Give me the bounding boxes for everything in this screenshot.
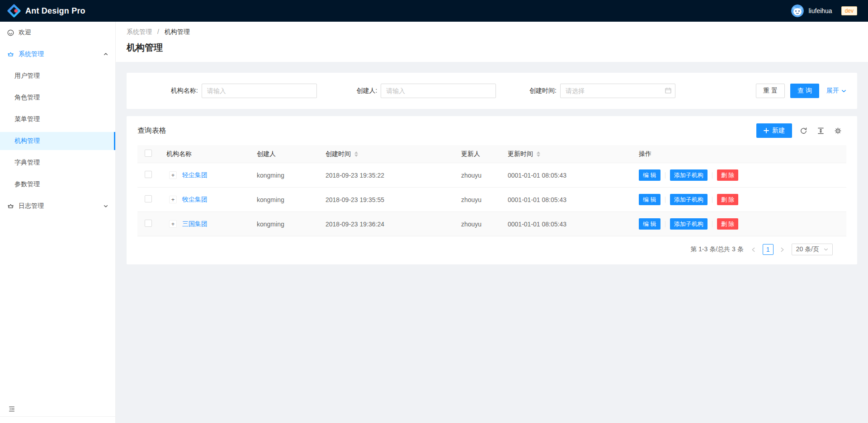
cell-creator: kongming [250, 163, 318, 188]
smile-icon [7, 29, 14, 36]
cell-updater: zhouyu [454, 188, 500, 212]
pagination: 第 1-3 条/总共 3 条 1 20 条/页 [137, 236, 846, 257]
cell-org-name: + 三国集团 [159, 212, 250, 236]
table-card-title: 查询表格 [137, 126, 166, 136]
delete-button[interactable]: 删 除 [717, 194, 739, 205]
org-name-link[interactable]: 轻尘集团 [182, 171, 208, 179]
chevron-down-icon [824, 247, 828, 252]
query-button[interactable]: 查 询 [790, 84, 819, 98]
cell-created-time: 2018-09-23 19:35:55 [318, 188, 454, 212]
col-created-time: 创建时间 [318, 145, 454, 163]
expand-form-link[interactable]: 展开 [826, 87, 846, 95]
ant-design-logo-icon [7, 4, 21, 18]
add-child-org-button[interactable]: 添加子机构 [670, 194, 708, 205]
app-root: Ant Design Pro liufeihua dev [0, 0, 868, 423]
sidebar: 欢迎 系统管理 用户管理 角色管 [0, 22, 116, 423]
expand-row-button[interactable]: + [169, 171, 177, 179]
header-select-all [137, 145, 159, 163]
table-row: + 牧尘集团 kongming 2018-09-23 19:35:55 zhou… [137, 188, 846, 212]
divider [712, 197, 712, 203]
sidebar-item-role-mgmt[interactable]: 角色管理 [0, 89, 115, 107]
menu-fold-icon [8, 405, 15, 413]
cell-actions: 编 辑 添加子机构 删 除 [632, 212, 846, 236]
sidebar-item-label: 机构管理 [14, 137, 40, 145]
edit-button[interactable]: 编 辑 [639, 218, 660, 230]
expand-row-button[interactable]: + [169, 220, 177, 228]
updated-time-sorter[interactable]: 更新时间 [508, 150, 540, 158]
col-created-time-label: 创建时间 [326, 150, 351, 158]
search-actions: 重 置 查 询 展开 [756, 84, 846, 98]
cell-updater: zhouyu [454, 163, 500, 188]
reload-icon[interactable] [795, 123, 812, 138]
new-button[interactable]: 新建 [756, 123, 792, 138]
cell-created-time: 2018-09-23 19:36:24 [318, 212, 454, 236]
sidebar-item-label: 角色管理 [14, 94, 40, 102]
prev-page-button[interactable] [748, 244, 759, 255]
org-name-input[interactable] [202, 84, 317, 98]
cell-created-time: 2018-09-23 19:35:22 [318, 163, 454, 188]
edit-button[interactable]: 编 辑 [639, 169, 660, 181]
breadcrumb-separator: / [157, 28, 159, 35]
app-logo-home-link[interactable]: Ant Design Pro [7, 4, 85, 18]
created-time-datepicker[interactable] [560, 84, 675, 98]
row-checkbox[interactable] [145, 171, 152, 178]
cell-org-name: + 牧尘集团 [159, 188, 250, 212]
add-child-org-button[interactable]: 添加子机构 [670, 218, 708, 230]
org-name-link[interactable]: 牧尘集团 [182, 196, 208, 204]
page-size-value: 20 条/页 [796, 245, 819, 254]
search-form-card: 机构名称: 创建人: 创建时间: [127, 73, 857, 109]
divider [712, 172, 712, 179]
created-time-input[interactable] [560, 84, 675, 98]
sidebar-collapse-trigger[interactable] [0, 401, 115, 417]
density-icon[interactable] [812, 123, 829, 138]
main-layout: 欢迎 系统管理 用户管理 角色管 [0, 22, 868, 423]
edit-button[interactable]: 编 辑 [639, 194, 660, 205]
main-area: 系统管理 / 机构管理 机构管理 机构名称: 创建人: [116, 22, 868, 423]
sort-carets-icon [354, 151, 358, 157]
sidebar-submenu-log[interactable]: 日志管理 [0, 197, 115, 215]
col-org-name: 机构名称 [159, 145, 250, 163]
row-checkbox[interactable] [145, 220, 152, 227]
sidebar-item-label: 用户管理 [14, 72, 40, 80]
user-dropdown[interactable]: liufeihua [786, 0, 837, 22]
sidebar-item-org-mgmt[interactable]: 机构管理 [0, 132, 115, 150]
sidebar-item-label: 参数管理 [14, 180, 40, 188]
cell-actions: 编 辑 添加子机构 删 除 [632, 163, 846, 188]
sidebar-submenu-system[interactable]: 系统管理 [0, 45, 115, 63]
creator-input[interactable] [381, 84, 496, 98]
settings-gear-icon[interactable] [829, 123, 846, 138]
next-page-button[interactable] [777, 244, 788, 255]
page-title: 机构管理 [127, 42, 857, 54]
chevron-down-icon [104, 204, 108, 208]
col-updated-time: 更新时间 [500, 145, 632, 163]
sidebar-submenu-label: 系统管理 [19, 50, 44, 58]
sidebar-item-param-mgmt[interactable]: 参数管理 [0, 175, 115, 193]
org-table: 机构名称 创建人 创建时间 更新人 [137, 145, 846, 236]
select-all-checkbox[interactable] [145, 150, 152, 157]
sort-carets-icon [537, 151, 540, 157]
table-row: + 轻尘集团 kongming 2018-09-23 19:35:22 zhou… [137, 163, 846, 188]
sidebar-item-dict-mgmt[interactable]: 字典管理 [0, 154, 115, 172]
cell-updater: zhouyu [454, 212, 500, 236]
sidebar-item-welcome[interactable]: 欢迎 [0, 24, 115, 42]
add-child-org-button[interactable]: 添加子机构 [670, 169, 708, 181]
org-name-link[interactable]: 三国集团 [182, 220, 208, 228]
cell-select [137, 188, 159, 212]
created-time-sorter[interactable]: 创建时间 [326, 150, 358, 158]
page-1-button[interactable]: 1 [763, 244, 774, 255]
row-checkbox[interactable] [145, 195, 152, 202]
sidebar-item-label: 字典管理 [14, 159, 40, 167]
sidebar-item-menu-mgmt[interactable]: 菜单管理 [0, 110, 115, 128]
created-time-label: 创建时间: [496, 87, 557, 95]
sidebar-item-user-mgmt[interactable]: 用户管理 [0, 67, 115, 85]
plus-icon [764, 128, 769, 133]
breadcrumb-system-mgmt[interactable]: 系统管理 [127, 28, 152, 35]
delete-button[interactable]: 删 除 [717, 169, 739, 181]
delete-button[interactable]: 删 除 [717, 218, 739, 230]
expand-row-button[interactable]: + [169, 196, 177, 203]
app-title: Ant Design Pro [25, 6, 85, 16]
reset-button[interactable]: 重 置 [756, 84, 785, 98]
page-size-select[interactable]: 20 条/页 [792, 244, 833, 255]
divider [665, 172, 665, 179]
pagination-total: 第 1-3 条/总共 3 条 [690, 245, 743, 254]
